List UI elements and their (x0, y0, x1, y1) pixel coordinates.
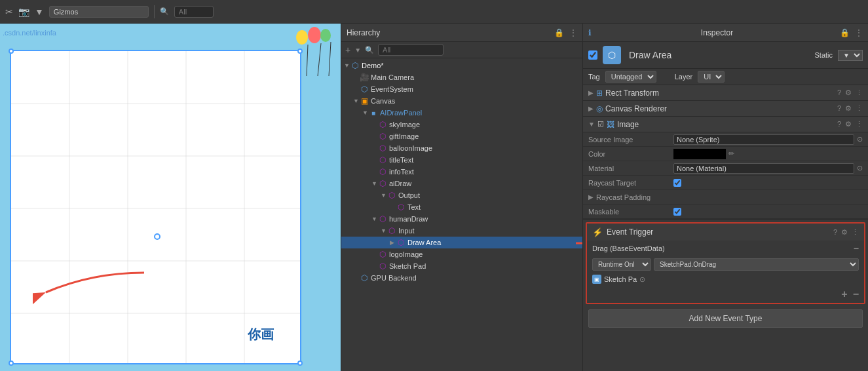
event-trigger-header: ⚡ Event Trigger ? ⚙ ⋮ (587, 224, 864, 241)
raycast-target-value (673, 179, 863, 187)
list-item[interactable]: ⬡ Sketch Pad (341, 260, 582, 272)
material-label: Material (588, 165, 673, 172)
remove-event-btn[interactable]: − (854, 243, 859, 254)
list-item[interactable]: ▼ ⬡ Input (341, 225, 582, 237)
list-item[interactable]: ⬡ Text (341, 201, 582, 213)
object-ref-target-btn[interactable]: ⊙ (639, 275, 645, 284)
layer-dropdown[interactable]: UI (698, 71, 725, 83)
list-item[interactable]: ⬡ EventSystem (341, 83, 582, 95)
more-icon[interactable]: ⋮ (856, 104, 863, 113)
collapse-arrow: ▼ (371, 216, 378, 222)
image-checkbox-icon: ☑ (597, 120, 604, 128)
hierarchy-header: Hierarchy 🔒 ⋮ (341, 24, 582, 42)
maskable-row: Maskable (583, 205, 868, 219)
list-item[interactable]: ⬡ titleText (341, 154, 582, 166)
material-target[interactable]: ⊙ (857, 164, 863, 172)
scene-view[interactable]: .csdn.net/linxinfa (0, 24, 341, 371)
hierarchy-item-label: EventSystem (371, 85, 413, 93)
tag-dropdown[interactable]: Untagged (605, 71, 656, 83)
more-icon[interactable]: ⋮ (855, 28, 863, 37)
lock-icon[interactable]: 🔒 (554, 28, 564, 37)
add-new-event-type-button[interactable]: Add New Event Type (588, 309, 863, 328)
search-input[interactable] (174, 6, 214, 18)
source-image-input[interactable] (673, 134, 854, 145)
list-item[interactable]: ▼ ▣ Canvas (341, 95, 582, 107)
image-component: ▼ ☑ 🖼 Image ? ⚙ ⋮ Source Image ⊙ (583, 117, 868, 220)
list-item[interactable]: ▼ ⬡ aiDraw (341, 178, 582, 189)
list-item[interactable]: 🎥 Main Camera (341, 71, 582, 83)
object-active-checkbox[interactable] (588, 50, 597, 60)
list-item[interactable]: ⬡ skyImage (341, 119, 582, 130)
color-swatch[interactable] (673, 149, 726, 159)
static-dropdown[interactable]: ▼ (838, 50, 863, 61)
image-comp-header[interactable]: ▼ ☑ 🖼 Image ? ⚙ ⋮ (583, 117, 868, 132)
function-dropdown[interactable]: SketchPad.OnDrag (654, 258, 859, 271)
toolbar-camera-icon[interactable]: 📷 (18, 7, 29, 17)
rect-transform-title: Rect Transform (605, 88, 835, 98)
raycast-target-row: Raycast Target (583, 176, 868, 190)
inspector-header: ℹ Inspector 🔒 ⋮ (583, 24, 868, 42)
handle-br (297, 361, 303, 366)
color-picker-btn[interactable]: ✏ (728, 149, 734, 158)
help-icon[interactable]: ? (837, 88, 841, 97)
color-value: ✏ (673, 149, 863, 159)
toolbar-dropdown-arrow[interactable]: ▼ (35, 7, 44, 17)
list-item[interactable]: ⬡ infoText (341, 166, 582, 178)
collapse-arrow: ▼ (362, 109, 369, 116)
more-icon[interactable]: ⋮ (569, 28, 577, 37)
list-item[interactable]: ▼ ⬡ Demo* (341, 60, 582, 71)
list-item[interactable]: ⬡ logoImage (341, 248, 582, 260)
canvas-renderer-header[interactable]: ▶ ◎ Canvas Renderer ? ⚙ ⋮ (583, 101, 868, 117)
inspector-panel: ℹ Inspector 🔒 ⋮ ⬡ Draw Area Static ▼ (583, 24, 868, 371)
raycast-target-checkbox[interactable] (673, 179, 681, 187)
add-event-btn-minus[interactable]: − (853, 288, 859, 300)
hierarchy-item-label: logoImage (389, 250, 423, 258)
help-icon[interactable]: ? (833, 228, 837, 237)
rect-transform-header[interactable]: ▶ ⊞ Rect Transform ? ⚙ ⋮ (583, 85, 868, 101)
more-icon[interactable]: ⋮ (852, 228, 859, 237)
hierarchy-item-label: infoText (389, 168, 414, 176)
scene-grid-svg (11, 51, 300, 363)
list-item[interactable]: ⬡ GPU Backend (341, 272, 582, 284)
add-icon[interactable]: + (345, 45, 350, 55)
scene-center-handle (154, 233, 160, 240)
toolbar-scissors-icon[interactable]: ✂ (5, 7, 13, 17)
list-item[interactable]: ⬡ giftImage (341, 130, 582, 142)
search-icon: 🔍 (160, 7, 169, 16)
cube-icon: ⬡ (350, 61, 360, 70)
settings-icon[interactable]: ⚙ (841, 228, 848, 237)
hierarchy-item-label: aiDraw (389, 180, 411, 187)
more-icon[interactable]: ⋮ (856, 88, 863, 97)
help-icon[interactable]: ? (837, 120, 841, 128)
source-image-target[interactable]: ⊙ (857, 135, 863, 144)
settings-icon[interactable]: ⚙ (845, 104, 852, 113)
maskable-checkbox[interactable] (673, 208, 681, 216)
more-icon[interactable]: ⋮ (856, 120, 863, 128)
hierarchy-item-label: balloonImage (389, 144, 432, 152)
help-icon[interactable]: ? (837, 104, 841, 113)
material-input[interactable] (673, 163, 854, 174)
image-icon-inspector: 🖼 (607, 120, 614, 129)
hierarchy-search-input[interactable] (378, 44, 443, 56)
list-item[interactable]: ▼ ⬡ humanDraw (341, 213, 582, 225)
cube-icon: ⬡ (360, 85, 369, 94)
list-item[interactable]: ⬡ balloonImage (341, 142, 582, 154)
list-item[interactable]: ▼ ■ AIDrawPanel (341, 107, 582, 119)
list-item[interactable]: ▼ ⬡ Output (341, 189, 582, 201)
svg-line-2 (329, 42, 331, 76)
add-event-btn-plus[interactable]: + (841, 288, 847, 300)
lock-icon[interactable]: 🔒 (840, 28, 850, 37)
draw-area-item[interactable]: ▶ ⬡ Draw Area (341, 237, 582, 248)
collapse-arrow: ▼ (381, 192, 387, 199)
object-name-input[interactable]: Draw Area (626, 49, 809, 61)
toolbar-sep-1 (154, 5, 155, 18)
gizmos-input[interactable]: Gizmos (49, 6, 149, 18)
raycast-padding-row: ▶ Raycast Padding (583, 190, 868, 205)
settings-icon[interactable]: ⚙ (845, 120, 852, 128)
settings-icon[interactable]: ⚙ (845, 88, 852, 97)
add-arrow-icon[interactable]: ▼ (354, 47, 361, 54)
hierarchy-item-label: titleText (389, 156, 413, 164)
source-image-value: ⊙ (673, 134, 863, 145)
runtime-dropdown[interactable]: Runtime Onl (592, 258, 651, 271)
image-icon: ⬡ (378, 167, 387, 176)
